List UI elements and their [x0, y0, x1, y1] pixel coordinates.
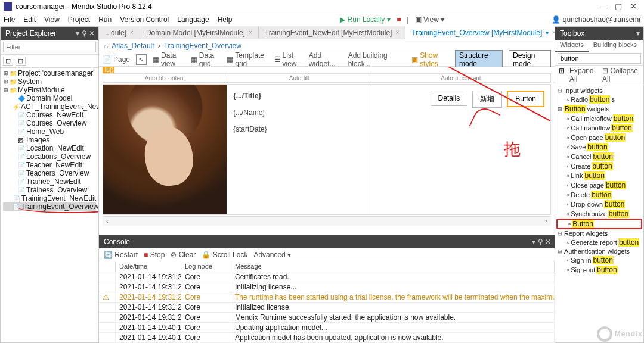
run-locally-button[interactable]: ▶ Run Locally ▾ [340, 15, 391, 24]
collapse-icon[interactable]: ⊟ [16, 57, 26, 66]
doc-tab[interactable]: Domain Model [MyFirstModule]× [140, 26, 259, 39]
tree-item[interactable]: ⊟📁MyFirstModule [3, 86, 96, 94]
addwidget-button[interactable]: Add widget... [309, 51, 342, 68]
dataview-button[interactable]: ▦ Data view [153, 51, 185, 68]
widgets-tab[interactable]: Widgets [555, 40, 589, 52]
blocks-tab[interactable]: Building blocks [589, 40, 642, 52]
toolbox-group[interactable]: ⊟ Authentication widgets [556, 247, 642, 255]
toolbox-item[interactable]: ▫ Close page button [556, 180, 642, 190]
menu-file[interactable]: File [4, 15, 15, 24]
menu-view[interactable]: View [44, 15, 60, 24]
toolbox-item[interactable]: ▫ Radio buttons [556, 95, 642, 104]
new-button[interactable]: Button [507, 91, 544, 107]
menu-project[interactable]: Project [68, 15, 90, 24]
scroll-right[interactable]: › [541, 217, 551, 226]
toolbox-item[interactable]: ▫ Save button [556, 142, 642, 152]
toolbox-group[interactable]: ⊟ Button widgets [556, 104, 642, 114]
select-mode[interactable]: ↖ [136, 54, 147, 65]
datagrid-button[interactable]: ▦ Data grid [191, 51, 221, 68]
tree-item[interactable]: ⊞📁System [3, 77, 96, 86]
log-row[interactable]: 2021-01-14 19:40:17...CoreApplication mo… [99, 333, 555, 343]
close-icon[interactable]: × [395, 29, 399, 36]
add-button[interactable]: 新增 [472, 91, 502, 108]
log-row[interactable]: 2021-01-14 19:40:17...CoreUpdating appli… [99, 323, 555, 333]
toolbox-item[interactable]: ▫ Generate report button [556, 238, 642, 247]
toolbox-item[interactable]: ▫ Link button [556, 171, 642, 180]
toolbox-item[interactable]: ▫ Call nanoflow button [556, 123, 642, 133]
tree-item[interactable]: 📄Courses_Overview [3, 119, 96, 127]
log-row[interactable]: 2021-01-14 19:31:23...CoreMendix Runtime… [99, 313, 555, 323]
close-icon[interactable]: × [130, 29, 134, 36]
toolbox-item[interactable]: ▫ Drop-down button [556, 199, 642, 209]
toolbox-item[interactable]: ▫ Create button [556, 161, 642, 171]
tree-item[interactable]: 📄Home_Web [3, 127, 96, 136]
image-placeholder[interactable] [103, 85, 227, 214]
expand-icon[interactable]: ⊞ [559, 67, 565, 83]
tree-item[interactable]: 📄Trainee_NewEdit [3, 177, 96, 186]
log-row[interactable]: ⚠2021-01-14 19:31:22...CoreThe runtime h… [99, 292, 555, 303]
addblock-button[interactable]: Add building block... [348, 51, 400, 68]
templategrid-button[interactable]: ▦ Template grid [227, 51, 268, 68]
toolbox-item[interactable]: ▫ Sign-out button [556, 265, 642, 275]
maximize-button[interactable]: ▢ [615, 2, 622, 11]
user-label[interactable]: qunchaoshao@transemi [563, 15, 640, 24]
home-icon[interactable]: ⌂ [104, 42, 108, 50]
tree-item[interactable]: 📄TrainingEvent_Overview [3, 202, 96, 211]
log-row[interactable]: 2021-01-14 19:31:22...CoreInitializing l… [99, 282, 555, 292]
toolbox-item[interactable]: ▫ Sign-in button [556, 255, 642, 265]
doc-tab[interactable]: ...dule]× [99, 26, 140, 39]
crumb-2[interactable]: TrainingEvent_Overview [164, 42, 242, 50]
console-stop-button[interactable]: ■ Stop [144, 251, 165, 259]
minimize-button[interactable]: — [599, 2, 606, 11]
tree-item[interactable]: 📄Location_NewEdit [3, 144, 96, 152]
menu-run[interactable]: Run [98, 15, 112, 24]
structure-mode[interactable]: Structure mode [455, 50, 503, 69]
tree-item[interactable]: 📄Locations_Overview [3, 152, 96, 161]
tree-item[interactable]: ⊞📁Project 'coursemanager' [3, 69, 96, 77]
toolbox-group[interactable]: ⊟ Report widgets [556, 229, 642, 238]
menu-version-control[interactable]: Version Control [120, 15, 169, 24]
advanced-button[interactable]: Advanced ▾ [253, 251, 291, 259]
tree-item[interactable]: 📄Teachers_Overview [3, 169, 96, 177]
close-icon[interactable]: × [249, 29, 252, 36]
details-button[interactable]: Details [431, 91, 468, 106]
toolbox-group[interactable]: ⊟ Input widgets [556, 86, 642, 95]
toolbox-item[interactable]: ▫ Call microflow button [556, 114, 642, 123]
fields-area[interactable]: {.../Title} {.../Name} {startDate} [227, 85, 371, 214]
toolbox-item[interactable]: ▫ Delete button [556, 190, 642, 199]
restart-button[interactable]: 🔄 Restart [104, 251, 138, 259]
stop-button[interactable]: ■ [397, 15, 401, 24]
showstyles-button[interactable]: ▣ Show styles [411, 51, 449, 68]
page-canvas[interactable]: lu() Auto-fit content Auto-fill Auto-fit… [99, 67, 555, 235]
page-button[interactable]: 📄 Page [103, 55, 130, 64]
toolbox-item[interactable]: ▫ Button [556, 219, 642, 229]
close-button[interactable]: ✕ [630, 2, 637, 11]
listview-button[interactable]: ☰ List view [274, 51, 303, 68]
menu-help[interactable]: Help [218, 15, 233, 24]
log-row[interactable]: 2021-01-14 19:31:22...CoreInitialized li… [99, 303, 555, 313]
scroll-left[interactable]: ‹ [103, 217, 112, 226]
tree-item[interactable]: 📄Teacher_NewEdit [3, 161, 96, 169]
menu-language[interactable]: Language [177, 15, 209, 24]
clear-button[interactable]: ⊘ Clear [171, 251, 196, 259]
filter-input[interactable] [3, 42, 96, 52]
crumb-1[interactable]: Atlas_Default [112, 42, 154, 50]
doc-tab[interactable]: TrainingEvent_NewEdit [MyFirstModule]× [259, 26, 405, 39]
menu-edit[interactable]: Edit [23, 15, 36, 24]
design-mode[interactable]: Design mode [509, 50, 551, 69]
doc-tab[interactable]: TrainingEvent_Overview [MyFirstModule]•× [405, 26, 562, 39]
pin-icon[interactable]: ▾ ⚲ ✕ [76, 29, 95, 38]
log-row[interactable]: 2021-01-14 19:31:22...CoreCertificates r… [99, 272, 555, 282]
view-button[interactable]: ▣ View ▾ [415, 15, 444, 24]
toolbox-search[interactable] [558, 53, 641, 64]
tree-item[interactable]: 📄TrainingEvent_NewEdit [3, 194, 96, 202]
expand-icon[interactable]: ⊞ [3, 57, 13, 66]
toolbox-item[interactable]: ▫ Cancel button [556, 152, 642, 161]
toolbox-item[interactable]: ▫ Synchronize button [556, 209, 642, 219]
tree-item[interactable]: 🖼Images [3, 136, 96, 144]
toolbox-item[interactable]: ▫ Open page button [556, 133, 642, 142]
tree-item[interactable]: 📄Trainess_Overview [3, 186, 96, 194]
tree-item[interactable]: ⚡ACT_TrainingEvent_New [3, 102, 96, 111]
tree-item[interactable]: 🔷Domain Model [3, 94, 96, 102]
tree-item[interactable]: 📄Courses_NewEdit [3, 111, 96, 119]
